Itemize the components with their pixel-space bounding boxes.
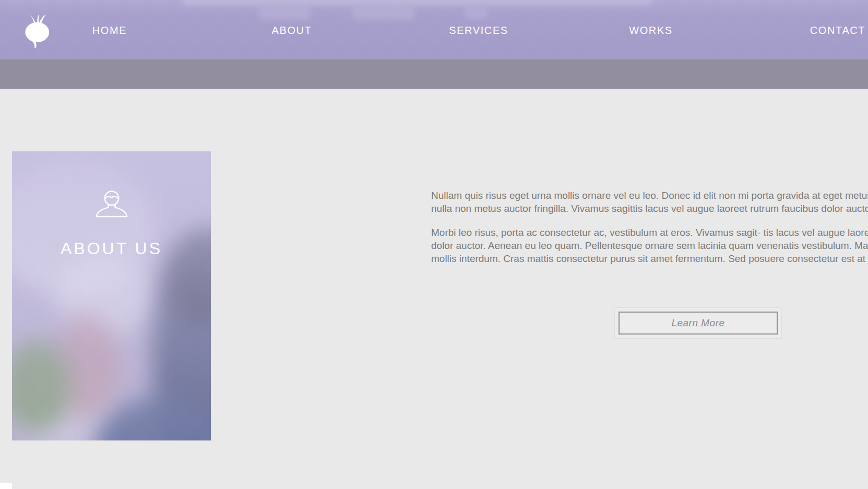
header-subband xyxy=(0,59,868,89)
learn-more-label: Learn More xyxy=(671,317,724,329)
about-copy: Nullam quis risus eget urna mollis ornar… xyxy=(431,189,868,265)
blurred-background-window xyxy=(183,0,652,5)
about-us-card[interactable]: ABOUT US xyxy=(12,151,211,440)
copy-line: dolor auctor. Aenean eu leo quam. Pellen… xyxy=(431,239,868,252)
copy-line: mollis interdum. Cras mattis consectetur… xyxy=(431,252,868,265)
blurred-background-shape xyxy=(465,8,488,20)
copy-line: Nullam quis risus eget urna mollis ornar… xyxy=(431,189,868,202)
learn-more-button[interactable]: Learn More xyxy=(614,307,782,339)
blurred-background-shape xyxy=(258,7,311,21)
next-section-peek xyxy=(0,483,12,489)
top-navbar: HOME ABOUT SERVICES WORKS CONTACT xyxy=(0,0,868,59)
about-card-title: ABOUT US xyxy=(12,239,211,258)
nav-item-services[interactable]: SERVICES xyxy=(449,25,508,37)
paragraph-1: Nullam quis risus eget urna mollis ornar… xyxy=(431,189,868,215)
blurred-background-shape xyxy=(352,7,415,21)
paragraph-2: Morbi leo risus, porta ac consectetur ac… xyxy=(431,226,868,265)
copy-line: nulla non metus auctor fringilla. Vivamu… xyxy=(431,202,868,215)
copy-line: Morbi leo risus, porta ac consectetur ac… xyxy=(431,226,868,239)
beet-logo-icon[interactable] xyxy=(24,14,53,48)
nav-item-contact[interactable]: CONTACT xyxy=(810,25,865,37)
nav-item-about[interactable]: ABOUT xyxy=(272,25,312,37)
learn-more-button-inner: Learn More xyxy=(619,312,778,335)
person-icon xyxy=(90,188,133,220)
nav-item-works[interactable]: WORKS xyxy=(629,25,673,37)
nav-item-home[interactable]: HOME xyxy=(92,25,127,37)
